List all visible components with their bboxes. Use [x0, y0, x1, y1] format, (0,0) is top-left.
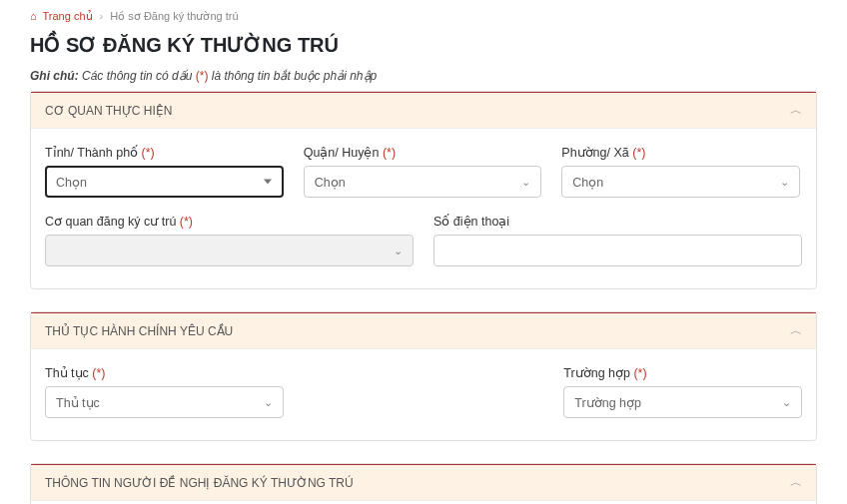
- breadcrumb: ⌂ Trang chủ › Hồ sơ Đăng ký thường trú: [30, 10, 817, 23]
- select-ward[interactable]: Chọn ⌄: [561, 166, 800, 198]
- breadcrumb-current: Hồ sơ Đăng ký thường trú: [110, 10, 238, 22]
- panel-org-header[interactable]: CƠ QUAN THỰC HIỆN ︿: [31, 92, 816, 129]
- select-district-value: Chọn: [315, 175, 346, 190]
- panel-proc-title: THỦ TỤC HÀNH CHÍNH YÊU CẦU: [45, 324, 233, 338]
- label-agency: Cơ quan đăng ký cư trú (*): [45, 214, 414, 229]
- note-text-before: Các thông tin có dấu: [79, 69, 196, 83]
- panel-proc-body: Thủ tục (*) Thủ tục ⌄ Trường hợp (*) Trư…: [31, 349, 816, 440]
- select-province-value: Chọn: [56, 175, 87, 190]
- label-phone: Số điện thoại: [433, 214, 802, 229]
- label-province: Tỉnh/ Thành phố (*): [45, 145, 284, 160]
- chevron-down-icon: ⌄: [782, 396, 791, 409]
- chevron-up-icon: ︿: [790, 102, 802, 119]
- panel-org: CƠ QUAN THỰC HIỆN ︿ Tỉnh/ Thành phố (*) …: [30, 91, 817, 289]
- field-province: Tỉnh/ Thành phố (*) Chọn: [45, 145, 284, 198]
- panel-info-title: THÔNG TIN NGƯỜI ĐỀ NGHỊ ĐĂNG KÝ THƯỜNG T…: [45, 476, 354, 490]
- breadcrumb-home[interactable]: Trang chủ: [43, 10, 93, 22]
- label-district: Quận/ Huyện (*): [304, 145, 542, 160]
- note-label: Ghi chú:: [30, 69, 79, 83]
- note-mark: (*): [196, 69, 209, 83]
- select-ward-value: Chọn: [572, 175, 603, 190]
- panel-proc-header[interactable]: THỦ TỤC HÀNH CHÍNH YÊU CẦU ︿: [31, 312, 816, 349]
- home-icon: ⌂: [30, 10, 37, 22]
- page-title: HỒ SƠ ĐĂNG KÝ THƯỜNG TRÚ: [30, 33, 817, 57]
- chevron-down-icon: ⌄: [521, 176, 530, 189]
- chevron-up-icon: ︿: [790, 322, 802, 339]
- label-procedure: Thủ tục (*): [45, 365, 284, 380]
- input-phone[interactable]: [433, 235, 802, 266]
- select-procedure[interactable]: Thủ tục ⌄: [45, 386, 284, 418]
- label-case: Trường hợp (*): [563, 365, 802, 380]
- chevron-down-icon: ⌄: [264, 396, 273, 409]
- field-phone: Số điện thoại: [433, 214, 802, 266]
- field-procedure: Thủ tục (*) Thủ tục ⌄: [45, 365, 284, 418]
- panel-org-body: Tỉnh/ Thành phố (*) Chọn Quận/ Huyện (*)…: [31, 129, 816, 288]
- panel-proc: THỦ TỤC HÀNH CHÍNH YÊU CẦU ︿ Thủ tục (*)…: [30, 311, 817, 441]
- field-ward: Phường/ Xã (*) Chọn ⌄: [561, 145, 800, 198]
- chevron-down-icon: ⌄: [780, 176, 789, 189]
- panel-org-title: CƠ QUAN THỰC HIỆN: [45, 104, 172, 118]
- select-case[interactable]: Trường hợp ⌄: [563, 386, 802, 418]
- select-procedure-value: Thủ tục: [56, 395, 100, 410]
- select-case-value: Trường hợp: [574, 395, 641, 410]
- field-case: Trường hợp (*) Trường hợp ⌄: [563, 365, 802, 418]
- note-text-after: là thông tin bắt buộc phải nhập: [208, 69, 377, 83]
- form-note: Ghi chú: Các thông tin có dấu (*) là thô…: [30, 69, 817, 83]
- caret-down-icon: [264, 180, 272, 185]
- breadcrumb-sep: ›: [100, 10, 104, 22]
- chevron-down-icon: ⌄: [394, 245, 403, 257]
- chevron-up-icon: ︿: [790, 474, 802, 491]
- panel-info: THÔNG TIN NGƯỜI ĐỀ NGHỊ ĐĂNG KÝ THƯỜNG T…: [30, 463, 817, 504]
- select-district[interactable]: Chọn ⌄: [304, 166, 542, 198]
- field-agency: Cơ quan đăng ký cư trú (*) ⌄: [45, 214, 414, 266]
- field-district: Quận/ Huyện (*) Chọn ⌄: [304, 145, 542, 198]
- label-ward: Phường/ Xã (*): [561, 145, 800, 160]
- select-agency[interactable]: ⌄: [45, 235, 414, 266]
- select-province[interactable]: Chọn: [45, 166, 284, 198]
- panel-info-header[interactable]: THÔNG TIN NGƯỜI ĐỀ NGHỊ ĐĂNG KÝ THƯỜNG T…: [31, 464, 816, 501]
